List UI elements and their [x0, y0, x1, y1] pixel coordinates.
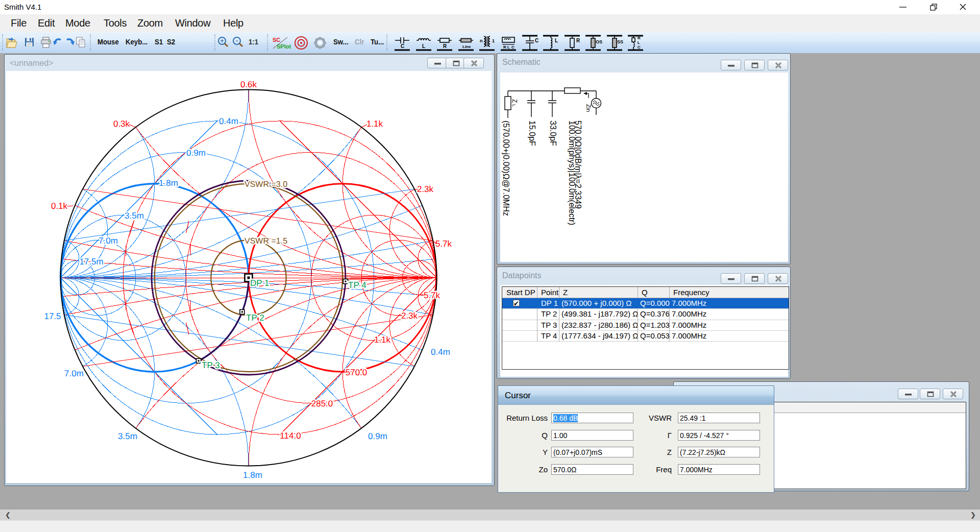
svg-text:33.0pF: 33.0pF [549, 120, 557, 146]
svg-text:n: n [480, 38, 483, 43]
svg-text:0.1k: 0.1k [51, 201, 68, 211]
svg-text:1.8m: 1.8m [243, 470, 262, 480]
svg-text:7.0m: 7.0m [64, 369, 84, 378]
svg-text:2.3k: 2.3k [401, 311, 418, 321]
svg-text:C: C [535, 38, 538, 43]
svg-text:C: C [401, 43, 404, 49]
svg-text:5.7k: 5.7k [424, 291, 440, 300]
svg-text:17.5: 17.5 [44, 311, 61, 321]
svg-text:3.5m: 3.5m [125, 211, 144, 221]
svg-text:570.0: 570.0 [346, 368, 368, 377]
svg-text:7.0m: 7.0m [99, 236, 118, 246]
svg-text:L: L [555, 38, 558, 43]
svg-text:3.5m: 3.5m [118, 431, 137, 441]
svg-text:570.0Ω|0dB/m|λ=2.3349: 570.0Ω|0dB/m|λ=2.3349 [574, 120, 582, 209]
svg-text:5.7k: 5.7k [435, 239, 452, 249]
svg-text:L: L [638, 40, 640, 45]
svg-text:L: L [422, 43, 425, 49]
svg-text:0.4m: 0.4m [431, 347, 450, 357]
svg-text:Z: Z [511, 99, 518, 103]
svg-text:SPlot: SPlot [277, 43, 291, 50]
svg-text:SS: SS [617, 39, 623, 44]
svg-text:0.3k: 0.3k [113, 119, 130, 129]
svg-text:15.0pF: 15.0pF [528, 120, 536, 146]
svg-text:0.9m: 0.9m [186, 148, 206, 158]
svg-text:R: R [503, 45, 506, 50]
svg-text:0.9m: 0.9m [368, 431, 387, 441]
svg-text:1: 1 [492, 38, 495, 43]
svg-text:0.4m: 0.4m [219, 116, 238, 126]
svg-text:TP 2: TP 2 [246, 313, 264, 323]
svg-text:TP 4: TP 4 [348, 280, 366, 290]
svg-text:285.0: 285.0 [311, 399, 333, 408]
svg-text:+: + [220, 37, 224, 44]
svg-text:R: R [576, 38, 580, 43]
svg-text:1.1k: 1.1k [374, 335, 391, 345]
svg-text:VSWR =1.5: VSWR =1.5 [244, 237, 287, 246]
svg-text:-: - [236, 37, 238, 44]
svg-text:0.6k: 0.6k [240, 80, 257, 89]
svg-text:VSWR =3.0: VSWR =3.0 [244, 180, 287, 189]
svg-text:R: R [638, 36, 641, 40]
svg-text:Zin: Zin [585, 104, 592, 112]
svg-text:17.5m: 17.5m [79, 257, 103, 267]
svg-text:DP 1: DP 1 [250, 278, 270, 288]
svg-text:Line: Line [462, 44, 471, 49]
svg-text:C: C [638, 45, 641, 50]
svg-text:2.3k: 2.3k [417, 184, 434, 194]
svg-text:R: R [443, 43, 447, 49]
svg-text:C: C [511, 45, 514, 50]
svg-text:TP 3: TP 3 [202, 360, 220, 370]
svg-text:1.8m: 1.8m [159, 178, 178, 188]
svg-text:L: L [511, 104, 517, 107]
svg-text:(570.00+j0.00)Ω@7.0MHz: (570.00+j0.00)Ω@7.0MHz [502, 120, 510, 216]
svg-text:OS: OS [596, 39, 602, 44]
svg-text:114.0: 114.0 [280, 431, 301, 441]
svg-text:SC: SC [273, 37, 280, 43]
svg-text:1.1k: 1.1k [366, 119, 383, 129]
svg-text:L: L [507, 45, 510, 50]
